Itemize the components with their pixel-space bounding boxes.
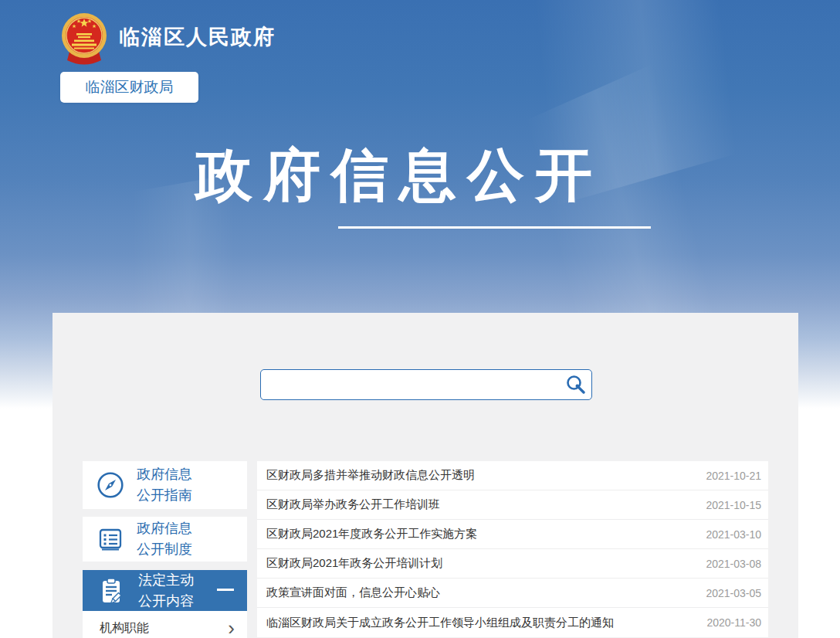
search-icon — [564, 373, 588, 396]
department-button[interactable]: 临淄区财政局 — [60, 72, 198, 103]
search-button[interactable] — [564, 373, 588, 396]
news-row: 区财政局2021年政务公开培训计划 2021-03-08 — [257, 549, 768, 579]
news-list: 区财政局多措并举推动财政信息公开透明 2021-10-21 区财政局举办政务公开… — [257, 461, 768, 637]
compass-icon — [96, 470, 125, 500]
sidebar-item-label: 公开指南 — [137, 485, 192, 506]
news-item-date: 2020-11-30 — [706, 616, 761, 629]
sidebar-item-label: 公开制度 — [137, 539, 192, 560]
site-title[interactable]: 临淄区人民政府 — [119, 23, 276, 51]
title-underline — [338, 226, 651, 229]
rules-book-icon — [96, 524, 125, 554]
background-swoosh — [350, 0, 840, 246]
news-item-date: 2021-03-10 — [706, 528, 761, 541]
news-row: 临淄区财政局关于成立政务公开工作领导小组组成及职责分工的通知 2020-11-3… — [257, 608, 768, 637]
search-bar — [260, 369, 592, 400]
chevron-right-icon: › — [228, 618, 235, 638]
national-emblem-icon — [59, 12, 110, 67]
collapse-minus-icon[interactable] — [217, 589, 234, 591]
clipboard-pencil-icon — [96, 575, 127, 606]
sidebar-item-label: 法定主动 — [138, 570, 194, 591]
sidebar-item-label: 政府信息 — [137, 464, 192, 485]
news-item-title[interactable]: 政策宣讲面对面，信息公开心贴心 — [266, 585, 440, 600]
news-item-title[interactable]: 临淄区财政局关于成立政务公开工作领导小组组成及职责分工的通知 — [266, 616, 614, 630]
sidebar-item-guide[interactable]: 政府信息 公开指南 — [83, 461, 247, 509]
sidebar-subitem-functions[interactable]: 机构职能 › — [83, 611, 247, 638]
news-item-date: 2021-10-21 — [706, 470, 761, 482]
sidebar-item-rules[interactable]: 政府信息 公开制度 — [83, 517, 247, 562]
sidebar-item-label: 公开内容 — [138, 591, 194, 612]
content-panel: 政府信息 公开指南 政府信息 公开制度 — [52, 313, 798, 638]
news-row: 区财政局2021年度政务公开工作实施方案 2021-03-10 — [257, 520, 768, 549]
page-title: 政府信息公开 — [195, 147, 603, 204]
sidebar: 政府信息 公开指南 政府信息 公开制度 — [83, 461, 247, 638]
news-item-title[interactable]: 区财政局多措并举推动财政信息公开透明 — [266, 468, 475, 483]
news-item-date: 2021-03-05 — [706, 587, 761, 599]
news-row: 政策宣讲面对面，信息公开心贴心 2021-03-05 — [257, 579, 768, 608]
news-row: 区财政局举办政务公开工作培训班 2021-10-15 — [257, 490, 768, 520]
news-row: 区财政局多措并举推动财政信息公开透明 2021-10-21 — [257, 461, 768, 490]
search-input[interactable] — [260, 369, 592, 400]
sidebar-item-statutory-active[interactable]: 法定主动 公开内容 — [83, 570, 247, 611]
sidebar-subitem-label: 机构职能 — [100, 620, 149, 636]
news-item-title[interactable]: 区财政局2021年度政务公开工作实施方案 — [266, 527, 477, 541]
sidebar-item-label: 政府信息 — [137, 518, 192, 539]
news-item-title[interactable]: 区财政局2021年政务公开培训计划 — [266, 556, 442, 571]
news-item-title[interactable]: 区财政局举办政务公开工作培训班 — [266, 497, 440, 512]
department-button-label: 临淄区财政局 — [86, 77, 174, 97]
news-item-date: 2021-10-15 — [706, 499, 761, 511]
news-item-date: 2021-03-08 — [706, 558, 761, 570]
